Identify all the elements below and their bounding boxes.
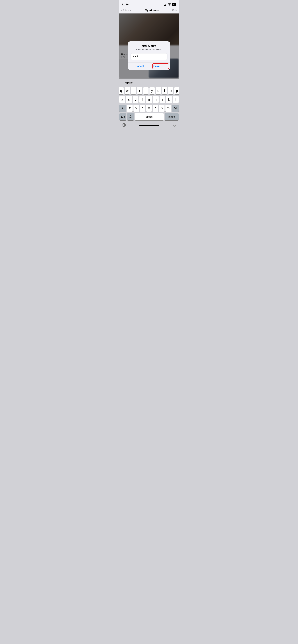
delete-key[interactable] (172, 104, 179, 112)
dialog-overlay: New Album Enter a name for this album. C… (119, 14, 179, 78)
key-d[interactable]: d (133, 96, 138, 103)
key-f[interactable]: f (139, 96, 145, 103)
status-bar: 11:16 49 (119, 0, 179, 8)
key-n[interactable]: n (159, 104, 165, 112)
keyboard-area: “Navid” q w e r t y u i o p a s d f g h … (119, 78, 179, 131)
predictive-word-2 (150, 82, 156, 84)
key-c[interactable]: c (140, 104, 145, 112)
key-r[interactable]: r (137, 87, 142, 94)
key-p[interactable]: p (174, 87, 179, 94)
back-chevron-icon: ‹ (121, 9, 122, 12)
key-i[interactable]: i (162, 87, 167, 94)
predictive-divider-2 (163, 81, 163, 85)
key-x[interactable]: x (133, 104, 139, 112)
key-w[interactable]: w (125, 87, 130, 94)
key-row-2: a s d f g h j k l (119, 96, 179, 103)
key-e[interactable]: e (131, 87, 136, 94)
key-h[interactable]: h (153, 96, 159, 103)
svg-point-4 (130, 116, 130, 117)
keyboard-rows: q w e r t y u i o p a s d f g h j k l (119, 86, 179, 121)
space-key[interactable]: space (135, 113, 164, 120)
cancel-button[interactable]: Cancel (128, 62, 151, 70)
return-key[interactable]: return (165, 113, 179, 120)
predictive-word-3 (170, 82, 176, 84)
key-row-1: q w e r t y u i o p (119, 87, 179, 94)
key-y[interactable]: y (150, 87, 155, 94)
battery-level: 49 (173, 4, 175, 6)
key-o[interactable]: o (168, 87, 173, 94)
svg-point-3 (129, 116, 132, 118)
back-button[interactable]: ‹ Albums (121, 9, 131, 12)
home-indicator (139, 125, 160, 126)
key-j[interactable]: j (160, 96, 165, 103)
bottom-bar (119, 121, 179, 131)
battery-icon: 49 (172, 3, 176, 6)
save-button[interactable]: Save (151, 62, 162, 70)
key-a[interactable]: a (119, 96, 125, 103)
globe-icon[interactable] (122, 123, 126, 128)
dialog-content: New Album Enter a name for this album. (128, 42, 170, 62)
signal-icon (164, 4, 167, 6)
predictive-bar: “Navid” (119, 80, 179, 86)
photo-area: Recen 2,081 New Album Enter a name for t… (119, 14, 179, 78)
key-t[interactable]: t (143, 87, 148, 94)
svg-point-5 (131, 116, 131, 117)
key-u[interactable]: u (156, 87, 161, 94)
dialog-buttons: Cancel Save (128, 62, 170, 70)
key-v[interactable]: v (146, 104, 152, 112)
wifi-icon (168, 4, 171, 6)
dialog-message: Enter a name for this album. (130, 48, 168, 51)
key-l[interactable]: l (173, 96, 179, 103)
save-button-wrapper: Save (151, 62, 170, 70)
key-123[interactable]: 123 (119, 113, 126, 120)
back-label: Albums (123, 9, 132, 12)
status-time: 11:16 (122, 3, 128, 6)
nav-bar: ‹ Albums My Albums Edit (119, 8, 179, 14)
key-g[interactable]: g (146, 96, 152, 103)
status-icons: 49 (164, 3, 176, 6)
emoji-key[interactable] (127, 113, 134, 120)
shift-key[interactable] (119, 104, 126, 112)
key-row-3: z x c v b n m (119, 104, 179, 112)
key-row-4: 123 space return (119, 113, 179, 120)
page-title: My Albums (145, 9, 159, 12)
new-album-dialog: New Album Enter a name for this album. C… (128, 42, 170, 70)
album-name-input[interactable] (130, 53, 168, 60)
key-q[interactable]: q (119, 87, 124, 94)
key-b[interactable]: b (153, 104, 158, 112)
key-k[interactable]: k (166, 96, 172, 103)
svg-rect-8 (174, 123, 175, 125)
key-s[interactable]: s (126, 96, 132, 103)
key-z[interactable]: z (127, 104, 132, 112)
edit-button[interactable]: Edit (172, 9, 177, 12)
dialog-title: New Album (130, 44, 168, 48)
key-m[interactable]: m (166, 104, 171, 112)
predictive-word-1[interactable]: “Navid” (122, 81, 136, 85)
mic-icon[interactable] (173, 123, 176, 128)
